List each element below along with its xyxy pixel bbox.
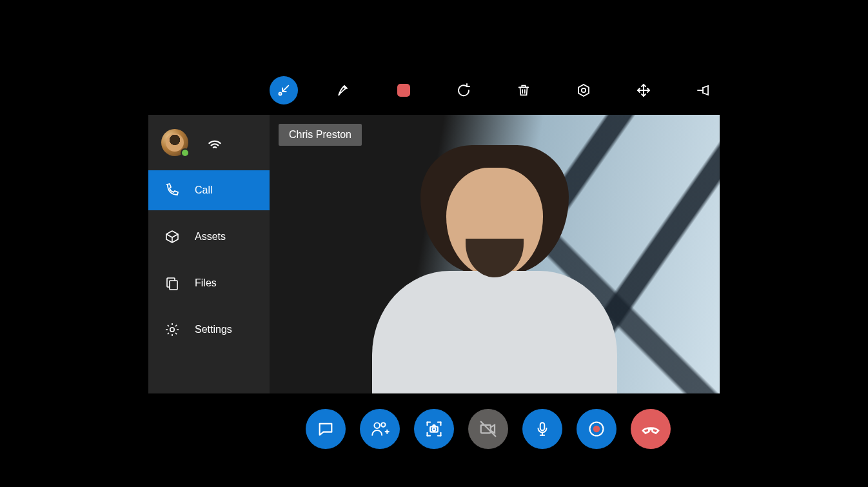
undo-button[interactable]: [449, 76, 478, 104]
pin-button[interactable]: [689, 76, 718, 104]
box-icon: [164, 228, 181, 245]
mic-icon: [534, 421, 551, 437]
annotation-toolbar: [270, 76, 718, 104]
sidebar-item-settings[interactable]: Settings: [148, 310, 270, 350]
sidebar-header: [148, 115, 270, 170]
settings-alt-button[interactable]: [569, 76, 598, 104]
sidebar-item-label: Files: [195, 277, 217, 289]
camera-capture-icon: [425, 420, 443, 438]
svg-rect-11: [540, 422, 545, 430]
wifi-icon: [206, 134, 223, 151]
sidebar-nav: Call Assets: [148, 170, 270, 350]
sidebar-item-label: Call: [195, 184, 213, 196]
sidebar-item-call[interactable]: Call: [148, 170, 270, 210]
delete-button[interactable]: [509, 76, 538, 104]
call-controls: [306, 409, 671, 449]
svg-rect-4: [170, 281, 177, 290]
svg-point-6: [374, 422, 380, 428]
stop-icon: [397, 84, 410, 97]
participant-name: Chris Preston: [289, 129, 351, 140]
participant-name-tag: Chris Preston: [279, 124, 362, 146]
pin-icon: [696, 83, 711, 98]
phone-icon: [164, 182, 181, 199]
hang-up-icon: [640, 419, 661, 439]
svg-point-7: [381, 422, 385, 426]
svg-point-5: [170, 328, 174, 332]
ink-pen-icon: [336, 83, 351, 98]
svg-marker-1: [578, 84, 589, 96]
sidebar-item-label: Assets: [195, 231, 226, 243]
move-arrows-icon: [636, 83, 651, 98]
svg-point-13: [593, 426, 600, 433]
video-toggle-button[interactable]: [468, 409, 508, 449]
move-fullscreen-button[interactable]: [629, 76, 658, 104]
capture-button[interactable]: [414, 409, 454, 449]
sidebar-item-label: Settings: [195, 324, 232, 335]
add-people-icon: [370, 419, 390, 439]
annotate-arrow-button[interactable]: [270, 76, 298, 104]
arrow-in-icon: [277, 83, 291, 97]
files-icon: [164, 275, 181, 292]
video-off-icon: [478, 419, 498, 439]
gear-icon: [164, 321, 181, 338]
user-avatar[interactable]: [161, 129, 188, 156]
record-icon: [587, 420, 606, 438]
svg-point-0: [279, 92, 281, 95]
chat-icon: [317, 420, 335, 438]
presence-badge: [181, 148, 190, 157]
sidebar-item-files[interactable]: Files: [148, 263, 270, 303]
record-button[interactable]: [577, 409, 616, 449]
app-window: Call Assets: [148, 115, 720, 393]
trash-icon: [517, 83, 531, 97]
participant-portrait: [356, 181, 633, 393]
svg-point-2: [582, 88, 586, 92]
hang-up-button[interactable]: [631, 409, 671, 449]
mic-button[interactable]: [522, 409, 562, 449]
sidebar: Call Assets: [148, 115, 270, 393]
add-people-button[interactable]: [360, 409, 400, 449]
hex-gear-icon: [576, 83, 591, 98]
undo-icon: [456, 83, 471, 98]
svg-point-9: [433, 428, 436, 431]
remote-video: Chris Preston: [270, 115, 720, 393]
ink-pen-button[interactable]: [330, 76, 358, 104]
sidebar-item-assets[interactable]: Assets: [148, 217, 270, 257]
stop-record-button[interactable]: [390, 76, 418, 104]
chat-button[interactable]: [306, 409, 346, 449]
